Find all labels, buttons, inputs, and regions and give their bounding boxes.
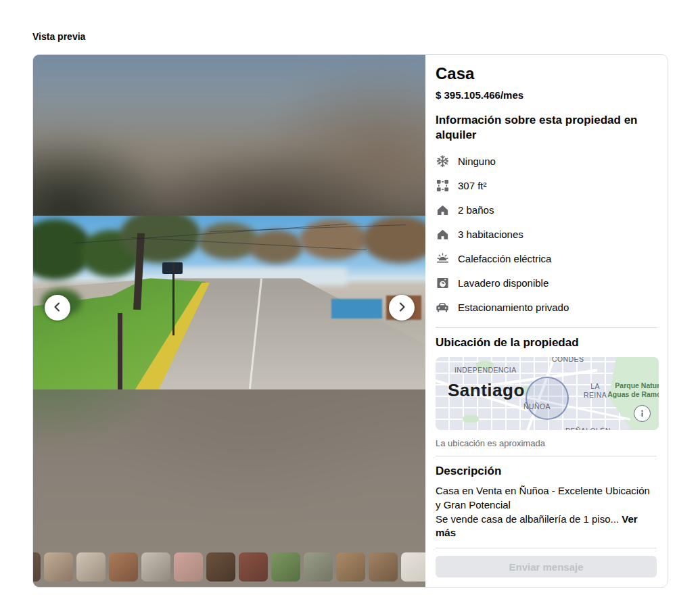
photo-thumbnail-floorplan[interactable] [401,552,425,582]
description-section-heading: Descripción [436,464,657,479]
map-label-nunoa: ÑUÑOA [523,402,551,410]
heating-icon [436,252,449,266]
photo-carousel [33,55,425,587]
description-text: Casa en Venta en Ñuñoa - Excelente Ubica… [436,484,657,540]
amenity-label: Lavadero disponible [458,277,549,289]
photo-thumbnail[interactable] [44,552,73,582]
info-section-heading: Información sobre esta propiedad en alqu… [436,113,657,143]
photo-thumbnail[interactable] [239,552,268,582]
photo-thumbnail[interactable] [33,552,41,582]
blurred-photo-top [33,55,425,216]
amenity-row-area: 307 ft² [436,174,657,198]
listing-price: $ 395.105.466/mes [436,89,657,101]
amenity-row-laundry: Lavadero disponible [436,271,657,295]
chevron-left-icon [52,302,63,314]
prev-photo-button[interactable] [45,295,70,321]
snowflake-icon [436,155,449,168]
amenity-label: Estacionamiento privado [458,302,569,313]
washer-icon [436,277,449,290]
listing-title: Casa [436,64,657,84]
photo-thumbnail[interactable] [271,552,300,582]
next-photo-button[interactable] [389,295,415,321]
page-title: Vista previa [32,31,85,42]
description-line2: Se vende casa de albañilería de 1 piso..… [436,513,619,525]
amenity-label: 307 ft² [458,180,487,191]
amenity-list: Ninguno 307 ft² [436,149,657,320]
location-section-heading: Ubicación de la propiedad [436,335,657,350]
photo-thumbnail[interactable] [109,552,138,582]
amenity-row-bathrooms: 2 baños [436,198,657,222]
amenity-label: Ninguno [458,156,496,167]
divider [436,327,657,328]
map-label-city: Santiago [448,380,525,401]
photo-thumbnail[interactable] [206,552,235,582]
description-line1: Casa en Venta en Ñuñoa - Excelente Ubica… [436,485,650,511]
amenity-row-bedrooms: 3 habitaciones [436,222,657,247]
photo-thumbnail[interactable] [369,552,398,582]
listing-details-panel: Casa $ 395.105.466/mes Información sobre… [425,55,668,587]
map-label-independencia: INDEPENDENCIA [454,366,517,374]
photo-thumbnail[interactable] [304,552,333,582]
amenity-row-ac: Ninguno [436,149,657,174]
photo-thumbnail[interactable] [76,552,106,582]
amenity-row-parking: Estacionamiento privado [436,295,657,320]
chevron-right-icon [396,302,407,314]
info-icon [638,408,646,420]
amenity-label: 3 habitaciones [458,229,523,240]
amenity-label: Calefacción eléctrica [458,253,551,264]
thumbnail-strip [33,552,425,582]
house-icon [436,204,449,217]
main-photo-street-view [33,216,425,389]
map-label-park: Parque Natural Aguas de Ramón [603,381,659,399]
amenity-label: 2 baños [458,204,494,216]
photo-thumbnail[interactable] [336,552,365,582]
area-icon [436,179,449,193]
send-message-button[interactable]: Enviar mensaje [436,556,657,577]
map-label-condes: CONDES [552,357,584,363]
amenity-row-heating: Calefacción eléctrica [436,247,657,271]
divider [436,548,657,548]
car-icon [436,301,449,314]
map-location-circle [526,377,569,420]
listing-preview-card: Casa $ 395.105.466/mes Información sobre… [32,54,668,588]
location-approx-note: La ubicación es aproximada [436,438,657,448]
divider [436,456,657,456]
photo-thumbnail[interactable] [141,552,170,582]
house-icon [436,228,449,241]
location-map[interactable]: INDEPENDENCIA CONDES Santiago ÑUÑOA LA R… [436,357,659,430]
photo-thumbnail[interactable] [174,552,203,582]
map-label-penalolen: PEÑALOLÉN [565,427,611,430]
